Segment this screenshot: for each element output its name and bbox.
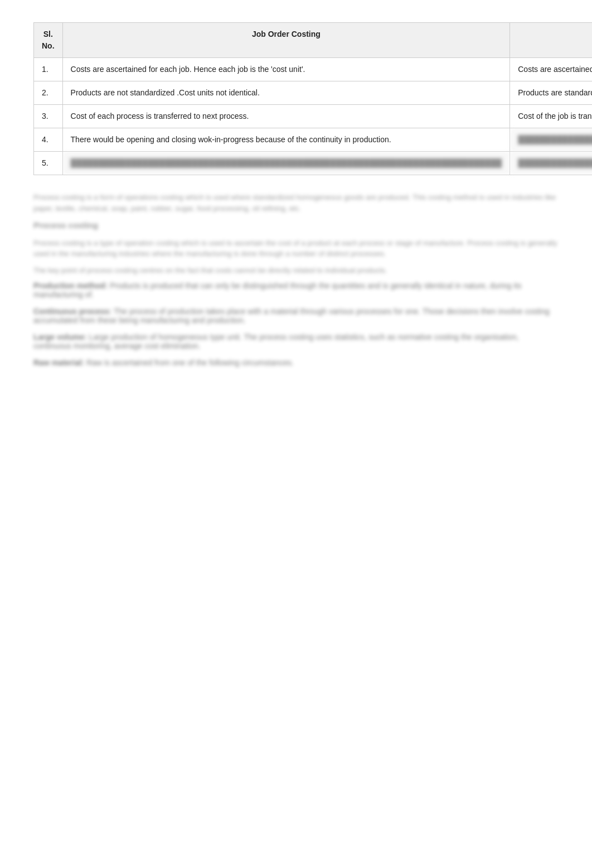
cell-job: Products are not standardized .Cost unit… [62, 81, 510, 105]
cell-sl: 5. [34, 152, 63, 175]
feature-title: Continuous process: [33, 307, 114, 316]
cell-sl: 4. [34, 128, 63, 152]
cell-job: There would be opening and closing wok-i… [62, 128, 510, 152]
comparison-table-container: Sl. No. Job Order Costing Process Costin… [33, 22, 559, 175]
cell-sl: 2. [34, 81, 63, 105]
cell-job: Costs are ascertained for each job. Henc… [62, 58, 510, 81]
description-paragraph: Process costing is a type of operation c… [33, 238, 559, 259]
cell-process: Cost of the job is transferred to finish… [510, 105, 592, 128]
feature-text: The process of production takes place wi… [33, 307, 550, 325]
table-row: 2.Products are not standardized .Cost un… [34, 81, 593, 105]
cell-sl: 3. [34, 105, 63, 128]
process-costing-title: Process costing [33, 219, 559, 232]
feature-item: Raw material: Raw is ascertained from on… [33, 358, 559, 367]
feature-item: Continuous process: The process of produ… [33, 307, 559, 325]
feature-title: Production method: [33, 281, 110, 290]
feature-text: Products is produced that can only be di… [33, 281, 521, 299]
feature-title: Large volume: [33, 332, 89, 341]
cell-job: ████████████████████████████████████████… [62, 152, 510, 175]
cell-sl: 1. [34, 58, 63, 81]
header-process: Process Costing [510, 23, 592, 58]
header-job: Job Order Costing [62, 23, 510, 58]
cell-job: Cost of each process is transferred to n… [62, 105, 510, 128]
paragraph2: The key point of process costing centres… [33, 265, 559, 276]
feature-item: Production method: Products is produced … [33, 281, 559, 299]
feature-title: Raw material: [33, 358, 86, 367]
cell-process: ████████████████████████████████████████… [510, 152, 592, 175]
cell-process: Costs are ascertained for each process. [510, 58, 592, 81]
cell-process: ████████████████████████████████████████… [510, 128, 592, 152]
blurred-content-section: Process costing is a form of operations … [33, 192, 559, 367]
table-row: 1.Costs are ascertained for each job. He… [34, 58, 593, 81]
table-row: 5.██████████████████████████████████████… [34, 152, 593, 175]
table-header-row: Sl. No. Job Order Costing Process Costin… [34, 23, 593, 58]
feature-text: Raw is ascertained from one of the follo… [86, 358, 294, 367]
cell-process: Products are standardized. [510, 81, 592, 105]
header-sl: Sl. No. [34, 23, 63, 58]
table-row: 4.There would be opening and closing wok… [34, 128, 593, 152]
comparison-table: Sl. No. Job Order Costing Process Costin… [33, 22, 592, 175]
feature-text: Large production of homogeneous type uni… [33, 332, 519, 350]
features-list: Production method: Products is produced … [33, 281, 559, 367]
feature-item: Large volume: Large production of homoge… [33, 332, 559, 350]
table-row: 3.Cost of each process is transferred to… [34, 105, 593, 128]
intro-paragraph: Process costing is a form of operations … [33, 192, 559, 214]
